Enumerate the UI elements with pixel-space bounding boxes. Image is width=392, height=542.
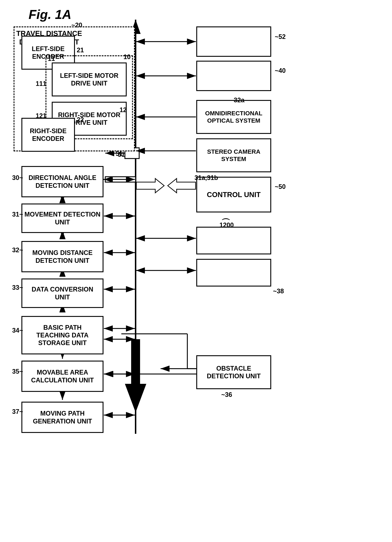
ref-30: 30~: [12, 174, 23, 182]
svg-marker-50: [136, 179, 164, 193]
omnidirectional-box: OMNIDIRECTIONALOPTICAL SYSTEM: [196, 100, 271, 134]
obstacle-detection-box: OBSTACLEDETECTION UNIT: [196, 355, 271, 389]
data-conversion-box: DATA CONVERSIONUNIT: [21, 278, 103, 308]
ref-20: ~20: [71, 22, 82, 29]
movement-detection-box: MOVEMENT DETECTIONUNIT: [21, 204, 103, 233]
svg-marker-51: [168, 179, 196, 193]
ref-31ab: 31a,31b: [194, 174, 218, 182]
ref-12: 12: [119, 106, 127, 114]
box-40: [196, 61, 271, 91]
box-38a: [196, 259, 271, 287]
directional-angle-box: DIRECTIONAL ANGLEDETECTION UNIT: [21, 166, 103, 197]
ref-38-arrow: ⌒: [221, 217, 230, 229]
ref-10: 10: [124, 53, 131, 61]
fig-title: Fig. 1A: [29, 7, 71, 22]
left-motor-box: LEFT-SIDE MOTORDRIVE UNIT: [52, 62, 127, 96]
svg-marker-54: [125, 339, 146, 412]
stereo-camera-box: STEREO CAMERASYSTEM: [196, 138, 271, 172]
ref-31: 31~: [12, 211, 23, 218]
ref-52: ~52: [275, 33, 286, 41]
moving-distance-box: MOVING DISTANCEDETECTION UNIT: [21, 241, 103, 272]
movable-area-box: MOVABLE AREACALCULATION UNIT: [21, 361, 103, 392]
right-encoder-box: RIGHT-SIDEENCODER: [21, 118, 75, 152]
box-1200a: [196, 227, 271, 255]
ref-36: ~36: [221, 391, 232, 398]
ref-33: 33~: [12, 284, 23, 291]
ref-38: ~38: [273, 287, 284, 295]
ref-37: 37~: [12, 408, 23, 415]
ref-32a: 32a: [234, 96, 244, 104]
ref-50: ~50: [275, 183, 286, 190]
ref-51: 51: [116, 150, 123, 157]
ref-21: 21: [77, 46, 84, 54]
moving-path-box: MOVING PATHGENERATION UNIT: [21, 402, 103, 433]
ref-111: 111: [36, 80, 46, 87]
ref-121: 121: [36, 112, 46, 120]
ref-40: ~40: [275, 67, 286, 75]
ref-22: 22: [77, 116, 84, 124]
basic-path-box: BASIC PATHTEACHING DATASTORAGE UNIT: [21, 316, 103, 354]
ref-32: 32~: [12, 246, 23, 254]
box-52: [196, 27, 271, 57]
control-unit-box: CONTROL UNIT: [196, 177, 271, 212]
ref-34: 34~: [12, 327, 23, 334]
svg-marker-25: [105, 177, 136, 182]
ref-35: 35~: [12, 368, 23, 375]
ref-11: 11: [48, 55, 55, 62]
